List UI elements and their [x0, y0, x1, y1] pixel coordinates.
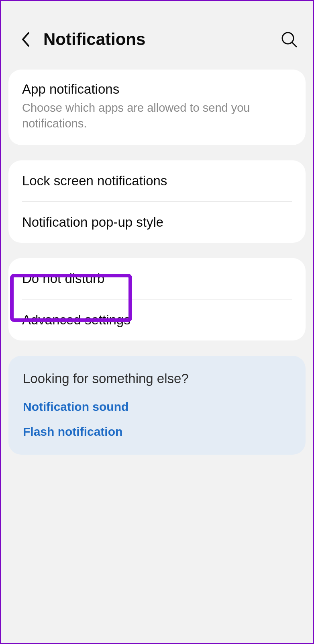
- tips-heading: Looking for something else?: [23, 371, 291, 386]
- svg-point-0: [282, 33, 294, 44]
- display-settings-card: Lock screen notifications Notification p…: [8, 160, 306, 243]
- app-notifications-card: App notifications Choose which apps are …: [8, 70, 306, 145]
- notification-sound-link[interactable]: Notification sound: [23, 400, 291, 414]
- do-not-disturb-title: Do not disturb: [22, 271, 292, 286]
- tips-card: Looking for something else? Notification…: [8, 356, 306, 455]
- app-notifications-description: Choose which apps are allowed to send yo…: [22, 100, 292, 131]
- chevron-left-icon: [20, 31, 30, 47]
- advanced-settings-item[interactable]: Advanced settings: [8, 299, 306, 340]
- lock-screen-notifications-item[interactable]: Lock screen notifications: [8, 160, 306, 201]
- svg-line-1: [292, 43, 296, 47]
- do-not-disturb-item[interactable]: Do not disturb: [8, 258, 306, 299]
- flash-notification-link[interactable]: Flash notification: [23, 425, 291, 439]
- lock-screen-notifications-title: Lock screen notifications: [22, 173, 292, 189]
- advanced-card: Do not disturb Advanced settings: [8, 258, 306, 340]
- notification-popup-style-item[interactable]: Notification pop-up style: [8, 202, 306, 243]
- back-button[interactable]: [15, 29, 35, 49]
- app-notifications-title: App notifications: [22, 82, 292, 97]
- notification-popup-style-title: Notification pop-up style: [22, 215, 292, 230]
- search-button[interactable]: [279, 30, 299, 49]
- page-title: Notifications: [43, 30, 279, 49]
- search-icon: [281, 31, 298, 48]
- advanced-settings-title: Advanced settings: [22, 312, 292, 328]
- app-notifications-item[interactable]: App notifications Choose which apps are …: [8, 70, 306, 145]
